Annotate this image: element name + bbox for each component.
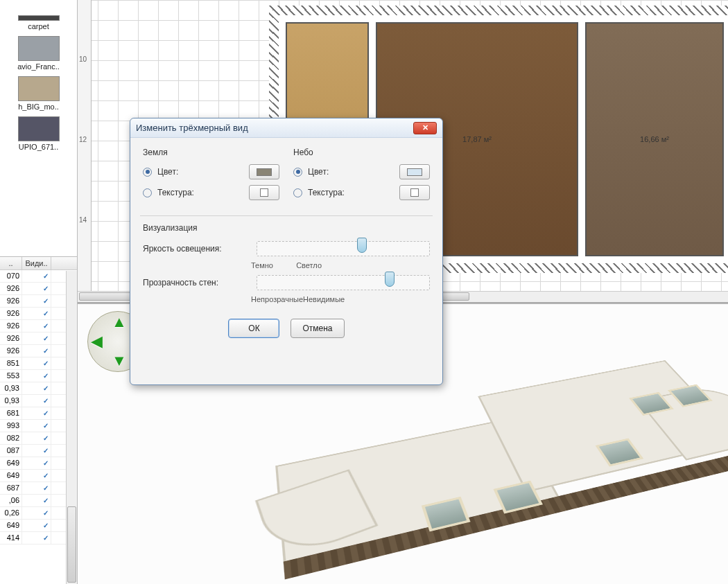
transparency-caption-left: Непрозрачные: [251, 295, 303, 303]
table-cell-visible[interactable]: ✓: [22, 420, 51, 432]
table-cell-visible[interactable]: ✓: [22, 445, 51, 457]
table-cell-value: 0,26: [0, 507, 22, 519]
table-cell-value: 926: [0, 333, 22, 344]
table-cell-visible[interactable]: ✓: [22, 432, 51, 444]
table-cell-visible[interactable]: ✓: [22, 520, 51, 531]
nav-left-arrow-icon[interactable]: ◀: [91, 333, 103, 351]
table-cell-value: 926: [0, 308, 22, 319]
checkmark-icon: ✓: [42, 310, 49, 317]
furniture-item[interactable]: carpet: [0, 0, 77, 33]
checkmark-icon: ✓: [42, 347, 49, 354]
cancel-button[interactable]: Отмена: [291, 319, 344, 338]
checkmark-icon: ✓: [42, 384, 49, 391]
table-cell-visible[interactable]: ✓: [22, 382, 51, 394]
brightness-caption-left: Темно: [251, 261, 273, 269]
table-cell-value: 0,93: [0, 382, 22, 394]
sky-color-button[interactable]: [399, 164, 430, 179]
table-cell-value: 082: [0, 432, 22, 444]
table-col1-header[interactable]: ..: [0, 257, 22, 269]
ok-button[interactable]: ОК: [228, 319, 279, 338]
furniture-label: carpet: [1, 22, 76, 30]
furniture-label: h_BIG_mo..: [1, 103, 76, 111]
checkmark-icon: ✓: [42, 335, 49, 342]
ruler-tick: 14: [79, 216, 87, 224]
ground-color-button[interactable]: [249, 164, 279, 179]
table-cell-value: 926: [0, 320, 22, 332]
table-cell-visible[interactable]: ✓: [22, 345, 51, 357]
table-col2-header[interactable]: Види..: [22, 257, 51, 269]
checkmark-icon: ✓: [42, 534, 49, 541]
table-cell-visible[interactable]: ✓: [22, 370, 51, 382]
brightness-slider[interactable]: [257, 241, 430, 256]
table-cell-visible[interactable]: ✓: [22, 308, 51, 319]
table-cell-visible[interactable]: ✓: [22, 495, 51, 506]
table-cell-visible[interactable]: ✓: [22, 395, 51, 407]
sky-texture-radio[interactable]: [293, 188, 302, 197]
checkmark-icon: ✓: [42, 285, 49, 292]
texture-swatch: [260, 188, 268, 197]
table-cell-value: 926: [0, 295, 22, 307]
table-cell-visible[interactable]: ✓: [22, 407, 51, 419]
brightness-caption-right: Светло: [296, 261, 322, 269]
ruler-tick: 10: [79, 55, 87, 63]
table-cell-visible[interactable]: ✓: [22, 270, 51, 282]
nav-up-arrow-icon[interactable]: ▲: [112, 313, 127, 331]
table-cell-value: 681: [0, 407, 22, 419]
brightness-slider-thumb[interactable]: [357, 238, 367, 253]
room-right[interactable]: 16,66 м²: [585, 22, 724, 256]
checkmark-icon: ✓: [42, 522, 49, 529]
ground-texture-button[interactable]: [249, 185, 279, 200]
table-cell-visible[interactable]: ✓: [22, 507, 51, 519]
checkmark-icon: ✓: [42, 397, 49, 404]
ground-texture-radio[interactable]: [143, 188, 152, 197]
table-cell-visible[interactable]: ✓: [22, 532, 51, 544]
table-cell-value: 0,93: [0, 395, 22, 407]
ruler-tick: 12: [79, 136, 87, 143]
table-cell-visible[interactable]: ✓: [22, 457, 51, 469]
table-cell-visible[interactable]: ✓: [22, 283, 51, 294]
table-cell-value: 687: [0, 482, 22, 494]
sky-texture-label: Текстура:: [308, 188, 394, 197]
table-cell-visible[interactable]: ✓: [22, 357, 51, 369]
texture-swatch: [410, 188, 419, 197]
table-cell-value: 070: [0, 270, 22, 282]
furniture-item[interactable]: h_BIG_mo..: [0, 73, 77, 114]
table-cell-visible[interactable]: ✓: [22, 482, 51, 494]
sky-texture-button[interactable]: [399, 185, 430, 200]
transparency-slider[interactable]: [257, 275, 430, 290]
furniture-thumb: [18, 76, 60, 101]
table-cell-visible[interactable]: ✓: [22, 320, 51, 332]
close-button[interactable]: ✕: [413, 122, 437, 134]
sky-title: Небо: [293, 148, 430, 157]
furniture-catalog-panel: carpet avio_Franc.. h_BIG_mo.. UPIO_671.…: [0, 0, 78, 256]
checkmark-icon: ✓: [42, 459, 49, 466]
checkmark-icon: ✓: [42, 422, 49, 429]
ground-texture-label: Текстура:: [157, 188, 243, 197]
table-cell-visible[interactable]: ✓: [22, 470, 51, 481]
table-vertical-scrollbar[interactable]: [66, 271, 77, 584]
transparency-slider-thumb[interactable]: [385, 272, 395, 287]
table-cell-value: 087: [0, 445, 22, 457]
furniture-item[interactable]: avio_Franc..: [0, 33, 77, 73]
table-cell-value: 553: [0, 370, 22, 382]
checkmark-icon: ✓: [42, 434, 49, 441]
table-cell-value: 993: [0, 420, 22, 432]
nav-down-arrow-icon[interactable]: ▼: [112, 352, 127, 370]
checkmark-icon: ✓: [42, 360, 49, 366]
table-cell-visible[interactable]: ✓: [22, 295, 51, 307]
modify-3d-view-dialog: Изменить трёхмерный вид ✕ Земля Цвет: Те…: [130, 118, 443, 385]
checkmark-icon: ✓: [42, 272, 49, 279]
ground-group: Земля Цвет: Текстура:: [143, 148, 279, 206]
table-cell-value: 926: [0, 283, 22, 294]
dialog-titlebar[interactable]: Изменить трёхмерный вид ✕: [130, 118, 442, 138]
furniture-item[interactable]: UPIO_671..: [0, 114, 77, 154]
table-cell-value: 649: [0, 520, 22, 531]
sky-color-radio[interactable]: [293, 168, 302, 177]
checkmark-icon: ✓: [42, 472, 49, 479]
furniture-thumb: [18, 36, 60, 61]
table-cell-visible[interactable]: ✓: [22, 333, 51, 344]
checkmark-icon: ✓: [42, 297, 49, 304]
scroll-thumb[interactable]: [67, 506, 76, 583]
ground-color-radio[interactable]: [143, 168, 152, 177]
checkmark-icon: ✓: [42, 484, 49, 491]
